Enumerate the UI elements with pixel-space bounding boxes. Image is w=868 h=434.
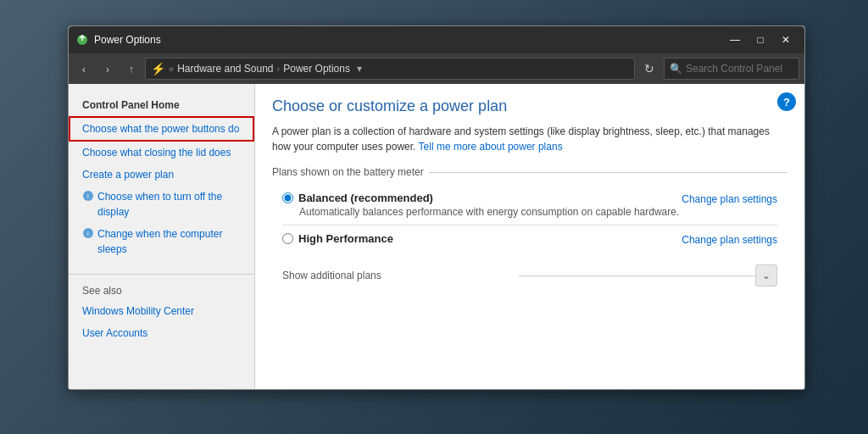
address-bar: ‹ › ↑ ⚡ « Hardware and Sound › Power Opt…: [69, 53, 804, 84]
window-icon: [75, 33, 89, 47]
maximize-button[interactable]: □: [748, 31, 772, 49]
change-plan-high-link[interactable]: Change plan settings: [682, 234, 777, 246]
title-bar: Power Options — □ ✕: [69, 26, 804, 53]
show-additional-row: Show additional plans ⌄: [272, 259, 787, 292]
window: Power Options — □ ✕ ‹ › ↑ ⚡ « Hardware a…: [68, 25, 805, 390]
refresh-button[interactable]: ↻: [638, 58, 660, 80]
back-button[interactable]: ‹: [74, 58, 94, 79]
sidebar-item-turn-off-display[interactable]: i Choose when to turn off the display: [69, 186, 254, 223]
help-button[interactable]: ?: [777, 92, 796, 111]
breadcrumb-hardware[interactable]: Hardware and Sound: [177, 63, 273, 75]
show-additional-line: [519, 275, 755, 276]
window-title: Power Options: [94, 34, 723, 46]
plan-balanced-radio[interactable]: [282, 192, 293, 203]
svg-text:i: i: [87, 230, 89, 237]
content-area: Control Panel Home Choose what the power…: [69, 84, 804, 389]
learn-more-link[interactable]: Tell me more about power plans: [419, 141, 563, 153]
sidebar: Control Panel Home Choose what the power…: [69, 84, 255, 389]
svg-text:i: i: [87, 192, 89, 200]
plan-high-radio-row: High Performance: [282, 232, 393, 245]
section-line: [429, 172, 787, 173]
search-box[interactable]: 🔍: [664, 58, 799, 80]
path-separator: ›: [277, 64, 281, 74]
display-icon: i: [82, 190, 94, 202]
sleep-icon: i: [82, 227, 94, 239]
main-panel: ? Choose or customize a power plan A pow…: [255, 84, 804, 389]
forward-button[interactable]: ›: [97, 58, 118, 79]
desktop: Power Options — □ ✕ ‹ › ↑ ⚡ « Hardware a…: [0, 0, 868, 434]
search-icon: 🔍: [670, 63, 682, 75]
sidebar-item-mobility[interactable]: Windows Mobility Center: [69, 300, 254, 322]
plan-high-left: High Performance: [282, 232, 393, 245]
plan-balanced-radio-row: Balanced (recommended): [282, 192, 679, 204]
path-dropdown-icon[interactable]: ▾: [357, 63, 362, 75]
minimize-button[interactable]: —: [723, 31, 747, 49]
sidebar-item-power-buttons[interactable]: Choose what the power buttons do: [69, 116, 254, 142]
sidebar-item-home[interactable]: Control Panel Home: [69, 94, 254, 116]
see-also-label: See also: [69, 281, 254, 300]
plan-balanced-left: Balanced (recommended) Automatically bal…: [282, 192, 679, 218]
plan-balanced-name: Balanced (recommended): [298, 192, 433, 204]
show-additional-text: Show additional plans: [282, 270, 519, 281]
plan-high-name: High Performance: [298, 232, 393, 245]
search-input[interactable]: [686, 63, 813, 75]
plan-balanced-desc: Automatically balances performance with …: [299, 206, 679, 218]
sidebar-item-lid[interactable]: Choose what closing the lid does: [69, 142, 254, 164]
change-plan-balanced-link[interactable]: Change plan settings: [682, 193, 777, 205]
chevron-down-icon: ⌄: [762, 270, 771, 281]
section-header-text: Plans shown on the battery meter: [272, 166, 424, 178]
section-header: Plans shown on the battery meter: [272, 166, 787, 178]
sidebar-item-create-plan[interactable]: Create a power plan: [69, 164, 254, 186]
page-title: Choose or customize a power plan: [272, 97, 787, 115]
sidebar-item-user-accounts[interactable]: User Accounts: [69, 322, 254, 344]
address-path[interactable]: ⚡ « Hardware and Sound › Power Options ▾: [145, 58, 635, 80]
sidebar-item-sleeps[interactable]: i Change when the computer sleeps: [69, 223, 254, 260]
plan-item-balanced: Balanced (recommended) Automatically bal…: [272, 185, 787, 225]
path-icon: ⚡: [151, 62, 165, 75]
show-additional-button[interactable]: ⌄: [755, 264, 777, 287]
sidebar-section-see-also: See also Windows Mobility Center User Ac…: [69, 274, 254, 344]
close-button[interactable]: ✕: [774, 31, 798, 49]
page-description: A power plan is a collection of hardware…: [272, 124, 787, 154]
path-prefix: «: [169, 64, 174, 74]
window-controls: — □ ✕: [723, 31, 798, 49]
plan-item-high-performance: High Performance Change plan settings: [272, 225, 787, 253]
up-button[interactable]: ↑: [121, 58, 142, 79]
plan-high-radio[interactable]: [282, 233, 293, 244]
breadcrumb-power[interactable]: Power Options: [283, 63, 350, 75]
